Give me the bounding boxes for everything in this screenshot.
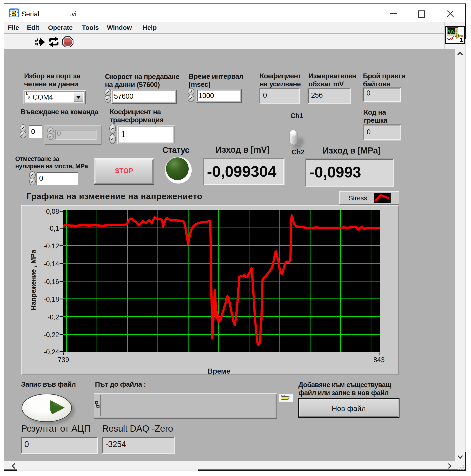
svg-text:1: 1 bbox=[460, 36, 463, 43]
